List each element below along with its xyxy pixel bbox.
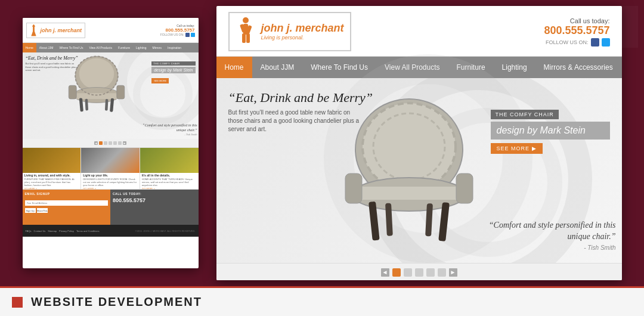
sc-share-button[interactable]: ShareThis [37, 208, 48, 213]
sc-thumb-sub-3: HOME ACCENTS THAT TURN HEADS. Unique mir… [140, 178, 199, 187]
svg-rect-23 [345, 174, 362, 203]
sc-next-arrow[interactable]: ► [123, 141, 126, 145]
main-area: john j. merchant Call us today: 800.555.… [0, 0, 644, 286]
sc-phone: 800.555.5757 [160, 27, 195, 33]
sc-product-design: design by Mark Stein [151, 67, 195, 73]
lc-logo-text: john j. merchant [261, 23, 344, 35]
sc-dot-5[interactable] [118, 141, 122, 145]
large-website-card: john j. merchant Living is personal. Cal… [216, 6, 622, 280]
sc-dot-4[interactable] [113, 141, 117, 145]
sc-thumb-2: Light up your life. DESIGNER LIGHTS FOR … [81, 148, 140, 189]
sc-twitter-icon[interactable] [191, 33, 195, 37]
sc-facebook-icon[interactable] [185, 33, 190, 37]
lc-dot-5[interactable] [438, 268, 446, 277]
lc-nav-about[interactable]: About JJM [252, 57, 303, 78]
sc-email-title: EMAIL SIGNUP [25, 192, 109, 196]
sc-call-box: CALL US TODAY: 800.555.5757 [110, 190, 199, 225]
lc-contact: Call us today: 800.555.5757 FOLLOW US ON… [544, 17, 609, 47]
sc-footer-links: FAQs Contact Us Sitemap Privacy Policy T… [26, 230, 100, 233]
lc-follow: FOLLOW US ON: [544, 38, 609, 47]
lc-see-more-button[interactable]: SEE MORE ▶ [491, 143, 543, 154]
sc-thumb-sub-2: DESIGNER LIGHTS FOR EVERY ROOM. Check ou… [81, 178, 140, 187]
sc-logo-text: john j. merchant [41, 27, 82, 33]
sc-signup-button[interactable]: Sign Up [25, 208, 36, 213]
lc-hero-subtext: But first you’ll need a good table new f… [228, 109, 360, 134]
lc-facebook-icon[interactable] [591, 38, 599, 47]
sc-thumb-link-2[interactable]: GO HERE » [81, 187, 140, 189]
sc-thumb-link-1[interactable]: GO HERE » [23, 187, 81, 189]
lc-dot-1[interactable] [392, 268, 401, 277]
lc-nav-home[interactable]: Home [216, 57, 252, 78]
sc-nav-furniture[interactable]: Furniture [115, 43, 133, 52]
sc-thumb-img-3 [140, 148, 199, 173]
lc-nav-where[interactable]: Where To Find Us [302, 57, 376, 78]
sc-thumb-sub-1: FURNITURE THAT MAKES FINE FASHION. At jo… [23, 178, 81, 187]
sc-quote-author: - Tish Smith [135, 133, 197, 136]
sc-subtext: But first you’ll need a good table new f… [26, 62, 79, 72]
sc-email-buttons: Sign Up ShareThis [25, 208, 109, 213]
sc-dot-3[interactable] [109, 141, 112, 145]
small-website-card: john j. merchant Call us today: 800.555.… [23, 18, 199, 268]
sc-hero-text: “Eat, Drink and be Merry” But first you’… [26, 55, 79, 72]
lc-prev-arrow[interactable]: ◄ [381, 268, 389, 277]
lc-product-design: design by Mark Stein [491, 122, 610, 140]
sc-nav-home[interactable]: Home [23, 43, 36, 52]
sc-dot-1[interactable] [99, 141, 103, 145]
sc-email-input[interactable] [25, 200, 109, 206]
sc-follow: FOLLOW US ON: [160, 33, 195, 37]
sc-headline: “Eat, Drink and be Merry” [26, 55, 79, 61]
sc-contact: Call us today: 800.555.5757 FOLLOW US ON… [160, 24, 195, 37]
sc-nav-about[interactable]: About JJM [36, 43, 57, 52]
sc-dot-2[interactable] [104, 141, 107, 145]
lc-dot-2[interactable] [404, 268, 412, 277]
sc-see-more-button[interactable]: SEE MORE [151, 78, 169, 83]
sc-nav-where[interactable]: Where To Find Us [56, 43, 86, 52]
lc-hero-headline: “Eat, Drink and be Merry” [228, 90, 373, 106]
sc-quote-text: “Comfort and style personified in this u… [135, 123, 197, 133]
lc-nav-mirrors[interactable]: Mirrors & Accessories [535, 57, 621, 78]
sc-footer-privacy[interactable]: Privacy Policy [59, 230, 74, 233]
sc-product-label: THE COMFY CHAIR [151, 61, 195, 66]
lc-twitter-icon[interactable] [602, 38, 610, 47]
sc-nav-products[interactable]: View All Products [86, 43, 115, 52]
sc-footer-contact[interactable]: Contact Us [34, 230, 46, 233]
lc-header: john j. merchant Living is personal. Cal… [216, 6, 622, 57]
sc-thumb-title-2: Light up your life. [81, 173, 140, 178]
sc-thumb-title-1: Living in, around, and with style. [23, 173, 81, 178]
sc-product-info: THE COMFY CHAIR design by Mark Stein SEE… [151, 61, 195, 84]
svg-rect-24 [456, 174, 473, 203]
sc-thumb-link-3[interactable]: GO HERE » [140, 187, 199, 189]
sc-footer-terms[interactable]: Terms and Conditions [76, 230, 100, 233]
sc-pagination: ◄ ► [23, 139, 199, 147]
lc-quote: “Comfort and style personified in this u… [485, 219, 616, 251]
lc-nav-inspiration[interactable]: Inspiration [621, 57, 622, 78]
sc-copyright: ©2011 JOHN J. MERCHANT. ALL RIGHTS RESER… [135, 230, 196, 233]
sc-footer-faqs[interactable]: FAQs [26, 230, 32, 233]
lc-next-arrow[interactable]: ► [449, 268, 457, 277]
sc-logo-figure [30, 24, 38, 36]
svg-rect-16 [246, 33, 250, 43]
sc-nav-mirrors[interactable]: Mirrors [149, 43, 165, 52]
lc-call-label: Call us today: [544, 17, 609, 24]
sc-prev-arrow[interactable]: ◄ [94, 141, 98, 145]
lc-quote-author: - Tish Smith [485, 244, 616, 251]
sc-call-title: CALL US TODAY: [113, 192, 196, 196]
lc-phone: 800.555.5757 [544, 24, 609, 37]
sc-footer: FAQs Contact Us Sitemap Privacy Policy T… [23, 225, 199, 237]
lc-dot-3[interactable] [415, 268, 423, 277]
sc-footer-sitemap[interactable]: Sitemap [48, 230, 57, 233]
lc-nav-furniture[interactable]: Furniture [448, 57, 494, 78]
lc-quote-text: “Comfort and style personified in this u… [485, 219, 616, 243]
sc-quote: “Comfort and style personified in this u… [135, 123, 197, 136]
sc-nav-lighting[interactable]: Lighting [133, 43, 150, 52]
svg-rect-4 [69, 85, 76, 99]
sc-nav-inspiration[interactable]: Inspiration [165, 43, 184, 52]
lc-dot-4[interactable] [426, 268, 435, 277]
sc-thumb-1: Living in, around, and with style. FURNI… [23, 148, 82, 189]
sc-call-phone: 800.555.5757 [113, 197, 196, 203]
lc-pagination: ◄ ► [216, 263, 622, 280]
lc-product-label: THE COMFY CHAIR [491, 110, 559, 119]
sc-logo: john j. merchant [26, 23, 86, 38]
lc-nav-lighting[interactable]: Lighting [494, 57, 535, 78]
lc-nav-products[interactable]: View All Products [376, 57, 448, 78]
